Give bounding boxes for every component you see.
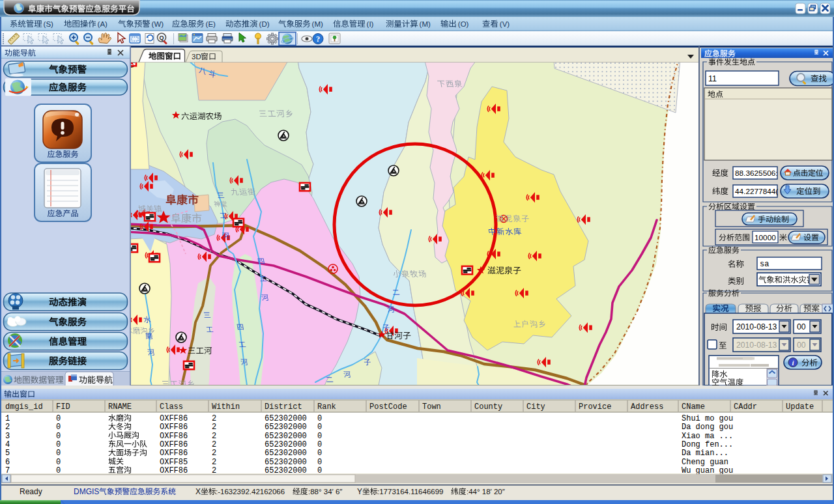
svg-text:1: 1 [5,414,10,423]
svg-text:(A): (A) [98,20,108,28]
svg-text:Dong fen...: Dong fen... [682,440,733,449]
svg-text:11: 11 [708,74,717,83]
svg-text:Rank: Rank [317,402,336,412]
svg-text:Da mian...: Da mian... [682,449,728,458]
svg-text:2: 2 [212,440,216,449]
svg-text:652302000: 652302000 [265,432,307,441]
svg-text:652302000: 652302000 [265,466,307,475]
svg-text:0: 0 [317,432,322,441]
svg-text::-1632392.42162066: :-1632392.42162066 [216,488,285,496]
svg-text:OXFF86: OXFF86 [160,414,188,423]
svg-text:Da dong gou: Da dong gou [682,423,733,432]
svg-text:District: District [265,402,302,412]
svg-text:PostCode: PostCode [369,402,407,412]
svg-text:3: 3 [5,432,10,441]
svg-text::1773164.11646699: :1773164.11646699 [377,488,443,496]
svg-text:2010-08-13: 2010-08-13 [736,322,777,331]
svg-text:(D): (D) [259,20,270,28]
svg-text:0: 0 [317,458,322,467]
svg-text:City: City [526,402,545,412]
svg-text:7: 7 [5,466,10,475]
svg-text:0: 0 [56,458,61,467]
svg-text:4: 4 [5,440,10,449]
svg-text:652302000: 652302000 [265,414,307,423]
svg-text:RNAME: RNAME [108,402,132,412]
svg-text:88.3625506:: 88.3625506: [735,169,778,178]
svg-text:Update: Update [786,402,814,412]
svg-text:652302000: 652302000 [265,449,307,458]
svg-text:44.2277844(: 44.2277844( [735,187,778,196]
svg-text:0: 0 [317,414,322,423]
svg-text:Wu guan gou: Wu guan gou [682,466,733,475]
svg-text:dmgis_id: dmgis_id [5,402,43,412]
svg-text::44° 18′ 20″: :44° 18′ 20″ [467,488,505,496]
svg-text:Within: Within [212,402,240,412]
svg-text:652302000: 652302000 [265,458,307,467]
svg-text:0: 0 [56,466,61,475]
svg-text:5: 5 [5,449,10,458]
svg-text:CName: CName [682,402,705,412]
svg-text:0: 0 [317,466,322,475]
svg-text:County: County [474,402,502,412]
svg-text:OXFF85: OXFF85 [160,458,188,467]
svg-text:Shui mo gou: Shui mo gou [682,414,733,423]
svg-text:X: X [195,487,201,496]
svg-text:sa: sa [760,260,769,269]
svg-text:(M): (M) [420,20,431,28]
svg-text:652302000: 652302000 [265,440,307,449]
svg-text:OXFF86: OXFF86 [160,423,188,432]
svg-text:0: 0 [317,423,322,432]
svg-text:?: ? [316,35,320,44]
svg-text:OXFF86: OXFF86 [160,432,188,441]
svg-text:2: 2 [212,449,216,458]
svg-text:(M): (M) [312,20,323,28]
svg-text:DMGIS: DMGIS [74,487,99,496]
svg-text:Ready: Ready [20,487,42,496]
svg-text:FID: FID [56,402,70,412]
svg-text:00: 00 [797,322,806,331]
svg-text:0: 0 [56,414,61,423]
svg-text:2: 2 [212,466,216,475]
svg-text:(O): (O) [458,20,469,28]
svg-text:6: 6 [5,458,10,467]
svg-text:3D: 3D [192,53,201,61]
svg-text:00: 00 [797,341,806,350]
svg-text:OXFF86: OXFF86 [160,440,188,449]
svg-text:10000: 10000 [755,233,776,242]
svg-text:Y: Y [357,487,362,496]
svg-text:0: 0 [56,440,61,449]
svg-text:Class: Class [160,402,183,412]
svg-text:Address: Address [631,402,663,412]
svg-text:2: 2 [5,423,10,432]
svg-text:Q: Q [159,35,164,41]
svg-text:2010-08-13: 2010-08-13 [736,341,777,350]
svg-text:0: 0 [56,432,61,441]
svg-text:2: 2 [212,458,216,467]
svg-text:2: 2 [212,423,216,432]
svg-text:(W): (W) [152,20,164,28]
svg-text:(V): (V) [500,20,510,28]
svg-text:(I): (I) [367,20,374,28]
svg-text:Provice: Provice [579,402,611,412]
svg-text:(S): (S) [44,20,54,28]
svg-text:0: 0 [317,449,322,458]
svg-text:0: 0 [56,423,61,432]
svg-text:Cheng guan: Cheng guan [682,458,728,467]
svg-text:2: 2 [212,414,216,423]
svg-text:OXFF86: OXFF86 [160,449,188,458]
svg-text:Xiao ma ...: Xiao ma ... [682,432,733,441]
svg-text:0: 0 [317,440,322,449]
svg-text:CAddr: CAddr [734,402,757,412]
svg-text:2: 2 [212,432,216,441]
svg-text:(E): (E) [206,20,216,28]
svg-text::88° 34′ 6″: :88° 34′ 6″ [308,488,342,496]
svg-text:0: 0 [56,449,61,458]
svg-text:OXFF86: OXFF86 [160,466,188,475]
svg-text:Town: Town [422,402,441,412]
svg-text:652302000: 652302000 [265,423,307,432]
